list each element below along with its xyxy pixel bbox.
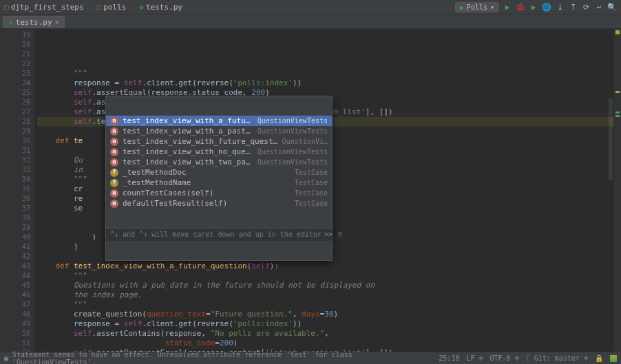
- autocomplete-item[interactable]: mcountTestCases(self)TestCase: [106, 188, 332, 198]
- line-number[interactable]: 41: [0, 242, 30, 252]
- autocomplete-item-label: test_index_view_with_future_question_and…: [123, 137, 278, 147]
- line-number[interactable]: 36: [0, 194, 30, 204]
- code-line[interactable]: """: [37, 69, 614, 78]
- line-separator[interactable]: LF ≑: [466, 354, 483, 362]
- code-line[interactable]: response = self.client.get(reverse('poll…: [37, 319, 614, 329]
- inspection-status-icon[interactable]: [615, 30, 620, 34]
- autocomplete-popup[interactable]: mtest_index_view_with_a_future_question(…: [105, 96, 333, 261]
- autocomplete-item-label: test_index_view_with_two_past_questions(…: [123, 158, 253, 167]
- autocomplete-item[interactable]: f_testMethodNameTestCase: [106, 178, 332, 188]
- remote-button[interactable]: 🌐: [542, 3, 551, 12]
- breadcrumb-file[interactable]: ◆ tests.py: [139, 3, 182, 12]
- vertical-scrollbar[interactable]: [609, 60, 613, 363]
- code-line[interactable]: Questions with a pub_date in the future …: [37, 281, 614, 290]
- line-number[interactable]: 19: [0, 30, 30, 40]
- line-number[interactable]: 28: [0, 117, 30, 127]
- line-number[interactable]: 45: [0, 281, 30, 290]
- line-number[interactable]: 34: [0, 175, 30, 184]
- change-marker[interactable]: [615, 115, 620, 117]
- line-number[interactable]: 47: [0, 300, 30, 310]
- change-marker[interactable]: [615, 111, 620, 114]
- warning-marker[interactable]: [615, 91, 620, 93]
- status-tool-window-icon[interactable]: ▣: [4, 354, 8, 362]
- error-stripe[interactable]: [614, 29, 621, 352]
- code-line[interactable]: status_code=200): [37, 339, 614, 348]
- breadcrumb-sep: 〉: [129, 2, 136, 12]
- code-line[interactable]: create_question(question_text="Future qu…: [37, 310, 614, 319]
- autocomplete-item[interactable]: mtest_index_view_with_no_questions(self)…: [106, 147, 332, 157]
- git-branch[interactable]: ᚴ Git: master ≑: [526, 354, 588, 362]
- line-number[interactable]: 30: [0, 136, 30, 146]
- close-icon[interactable]: ×: [55, 19, 59, 26]
- inspector-icon[interactable]: [610, 355, 617, 362]
- code-line[interactable]: self.assertContains(response, "No polls …: [37, 329, 614, 339]
- line-number[interactable]: 46: [0, 290, 30, 300]
- python-file-icon: ◆: [8, 18, 13, 27]
- vcs-update-button[interactable]: ⤓: [555, 3, 565, 12]
- line-number[interactable]: 31: [0, 146, 30, 156]
- autocomplete-item[interactable]: mtest_index_view_with_future_question_an…: [106, 136, 332, 147]
- autocomplete-item[interactable]: mtest_index_view_with_two_past_questions…: [106, 157, 332, 167]
- line-number[interactable]: 51: [0, 339, 30, 348]
- run-config-icon: ▶: [460, 3, 464, 11]
- vcs-history-button[interactable]: ⟳: [581, 3, 591, 12]
- autocomplete-item[interactable]: mdefaultTestResult(self)TestCase: [106, 198, 332, 208]
- line-number[interactable]: 26: [0, 98, 30, 107]
- code-line[interactable]: """: [37, 300, 614, 310]
- autocomplete-item[interactable]: f_testMethodDocTestCase: [106, 167, 332, 178]
- line-number-gutter[interactable]: 1920212223242526272829303132333435363738…: [0, 29, 34, 352]
- run-config-selector[interactable]: ▶ Polls ▾: [455, 2, 499, 12]
- autocomplete-item-origin: TestCase: [295, 178, 328, 188]
- line-number[interactable]: 32: [0, 156, 30, 165]
- line-number[interactable]: 22: [0, 59, 30, 69]
- line-number[interactable]: 40: [0, 233, 30, 242]
- coverage-button[interactable]: ▶: [529, 3, 538, 12]
- search-everywhere-button[interactable]: 🔍: [607, 3, 617, 12]
- line-number[interactable]: 38: [0, 213, 30, 223]
- line-number[interactable]: 50: [0, 329, 30, 339]
- code-line[interactable]: response = self.client.get(reverse('poll…: [37, 78, 614, 88]
- line-number[interactable]: 49: [0, 319, 30, 329]
- breadcrumb-project[interactable]: ▢ djtp_first_steps: [4, 3, 84, 12]
- toolbar-right: ▶ Polls ▾ ▶ 🐞 ▶ 🌐 ⤓ ⤒ ⟳ ↩ 🔍: [455, 2, 617, 12]
- tab-label: tests.py: [16, 18, 52, 27]
- breadcrumb-folder-label: polls: [103, 3, 126, 12]
- autocomplete-item-origin: QuestionVi…: [282, 137, 328, 147]
- revert-button[interactable]: ↩: [594, 3, 604, 12]
- line-number[interactable]: 42: [0, 252, 30, 261]
- line-number[interactable]: 29: [0, 127, 30, 136]
- status-message: Statement seems to have no effect. Unres…: [12, 351, 439, 365]
- line-number[interactable]: 33: [0, 165, 30, 175]
- autocomplete-item[interactable]: mtest_index_view_with_a_past_question(se…: [106, 126, 332, 136]
- breadcrumb-folder[interactable]: ▢ polls: [97, 3, 127, 12]
- line-number[interactable]: 48: [0, 310, 30, 319]
- line-number[interactable]: 39: [0, 223, 30, 233]
- autocomplete-hint-more[interactable]: >>: [324, 230, 333, 239]
- file-encoding[interactable]: UTF-8 ≑: [490, 354, 519, 362]
- code-line[interactable]: """: [37, 271, 614, 281]
- caret-position[interactable]: 25:18: [439, 354, 459, 362]
- code-line[interactable]: def test_index_view_with_a_future_questi…: [37, 261, 614, 271]
- line-number[interactable]: 37: [0, 204, 30, 213]
- autocomplete-item-label: test_index_view_with_a_past_question(sel…: [123, 127, 253, 136]
- line-number[interactable]: 21: [0, 50, 30, 59]
- autocomplete-item[interactable]: mtest_index_view_with_a_future_question(…: [106, 116, 332, 126]
- debug-button[interactable]: 🐞: [516, 3, 525, 12]
- line-number[interactable]: 44: [0, 271, 30, 281]
- tab-tests-py[interactable]: ◆ tests.py ×: [3, 16, 65, 28]
- scroll-thumb[interactable]: [609, 98, 613, 180]
- vcs-commit-button[interactable]: ⤒: [568, 3, 578, 12]
- run-button[interactable]: ▶: [503, 3, 512, 12]
- line-number[interactable]: 24: [0, 78, 30, 88]
- line-number[interactable]: 25: [0, 88, 30, 98]
- line-number[interactable]: 20: [0, 40, 30, 50]
- code-editor[interactable]: """ response = self.client.get(reverse('…: [34, 29, 614, 352]
- autocomplete-item-origin: QuestionViewTests: [257, 127, 328, 136]
- line-number[interactable]: 23: [0, 69, 30, 78]
- line-number[interactable]: 35: [0, 184, 30, 194]
- lock-icon[interactable]: 🔒: [595, 354, 603, 362]
- chevron-down-icon: ▾: [490, 3, 494, 11]
- line-number[interactable]: 27: [0, 107, 30, 117]
- code-line[interactable]: the index page.: [37, 290, 614, 300]
- line-number[interactable]: 43: [0, 261, 30, 271]
